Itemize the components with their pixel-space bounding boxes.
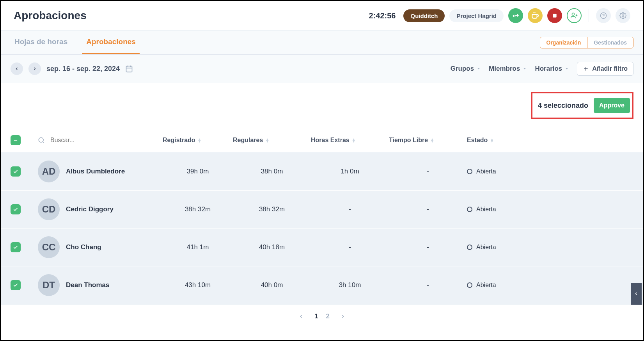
- sort-icon: ▲▼: [198, 138, 202, 142]
- view-organization[interactable]: Organización: [540, 37, 588, 48]
- selected-count: 4 seleccionado: [538, 102, 588, 110]
- chevron-down-icon: [564, 66, 569, 71]
- table-row[interactable]: CD Cedric Diggory 38h 32m 38h 32m - - Ab…: [1, 191, 643, 229]
- collapse-panel-button[interactable]: [631, 283, 642, 305]
- col-libre[interactable]: Tiempo Libre▲▼: [389, 137, 467, 144]
- project-pill-hagrid[interactable]: Project Hagrid: [449, 9, 504, 22]
- filters-right: Grupos Miembros Horarios Añadir filtro: [451, 62, 633, 76]
- sort-icon: ▲▼: [352, 138, 356, 142]
- filter-schedules-label: Horarios: [535, 65, 562, 73]
- plus-icon: [583, 66, 589, 72]
- table-row[interactable]: DT Dean Thomas 43h 10m 40h 0m 3h 10m - A…: [1, 266, 643, 304]
- search-input[interactable]: [50, 137, 128, 144]
- pagination: 1 2: [1, 304, 643, 328]
- filter-groups-label: Grupos: [451, 65, 474, 73]
- user-name: Albus Dumbledore: [66, 168, 125, 175]
- search-icon: [38, 137, 45, 144]
- cell-estado: Abierta: [467, 206, 553, 213]
- coffee-icon[interactable]: [528, 8, 543, 23]
- status-circle-icon: [467, 207, 472, 212]
- table-row[interactable]: AD Albus Dumbledore 39h 0m 38h 0m 1h 0m …: [1, 153, 643, 191]
- cell-extras: -: [311, 243, 389, 251]
- row-checkbox[interactable]: [11, 204, 21, 214]
- filters-left: sep. 16 - sep. 22, 2024: [11, 62, 133, 75]
- user-name: Dean Thomas: [66, 281, 109, 289]
- col-regulares[interactable]: Regulares▲▼: [233, 137, 311, 144]
- user-add-icon[interactable]: [567, 8, 582, 23]
- status-circle-icon: [467, 245, 472, 250]
- status-circle-icon: [467, 169, 472, 174]
- page-prev[interactable]: [296, 311, 307, 322]
- tabs: Hojas de horas Aprobaciones: [11, 30, 140, 54]
- project-pill-quidditch[interactable]: Quidditch: [403, 9, 445, 22]
- avatar: CD: [38, 198, 60, 220]
- page-next[interactable]: [337, 311, 348, 322]
- cell-regulares: 38h 0m: [233, 168, 311, 175]
- page-2[interactable]: 2: [326, 312, 330, 320]
- col-extras[interactable]: Horas Extras▲▼: [311, 137, 389, 144]
- sort-icon: ▲▼: [490, 138, 494, 142]
- header-right: 2:42:56 Quidditch Project Hagrid: [369, 8, 630, 23]
- cell-extras: -: [311, 205, 389, 213]
- filter-groups[interactable]: Grupos: [451, 65, 481, 73]
- col-estado[interactable]: Estado▲▼: [467, 137, 553, 144]
- svg-point-2: [622, 15, 624, 17]
- user-name: Cedric Diggory: [66, 205, 114, 213]
- filter-members[interactable]: Miembros: [489, 65, 527, 73]
- cell-registrado: 38h 32m: [163, 205, 233, 213]
- view-managed[interactable]: Gestionados: [587, 37, 633, 48]
- cell-regulares: 38h 32m: [233, 205, 311, 213]
- page-1[interactable]: 1: [314, 312, 318, 320]
- swap-icon[interactable]: [508, 8, 523, 23]
- status-label: Abierta: [476, 168, 496, 175]
- chevron-down-icon: [522, 66, 527, 71]
- add-filter-button[interactable]: Añadir filtro: [577, 62, 633, 76]
- tab-timesheets[interactable]: Hojas de horas: [11, 30, 71, 54]
- select-all-checkbox[interactable]: [11, 135, 21, 145]
- selection-bar: 4 seleccionado Approve: [1, 83, 643, 128]
- row-checkbox[interactable]: [11, 242, 21, 252]
- tab-approvals[interactable]: Aprobaciones: [82, 30, 140, 54]
- row-checkbox[interactable]: [11, 166, 21, 177]
- timer: 2:42:56: [369, 11, 396, 20]
- status-label: Abierta: [476, 206, 496, 213]
- cell-regulares: 40h 0m: [233, 281, 311, 289]
- cell-extras: 3h 10m: [311, 281, 389, 289]
- approve-button[interactable]: Approve: [594, 98, 630, 113]
- cell-registrado: 41h 1m: [163, 243, 233, 251]
- row-checkbox[interactable]: [11, 280, 21, 290]
- calendar-icon[interactable]: [125, 65, 133, 73]
- filter-schedules[interactable]: Horarios: [535, 65, 569, 73]
- settings-icon[interactable]: [616, 8, 630, 23]
- cell-registrado: 39h 0m: [163, 168, 233, 175]
- cell-libre: -: [389, 205, 467, 213]
- filter-members-label: Miembros: [489, 65, 520, 73]
- cell-estado: Abierta: [467, 282, 553, 289]
- cell-extras: 1h 0m: [311, 168, 389, 175]
- chevron-down-icon: [476, 66, 481, 71]
- cell-estado: Abierta: [467, 244, 553, 251]
- table: Registrado▲▼ Regulares▲▼ Horas Extras▲▼ …: [1, 128, 643, 304]
- stop-icon[interactable]: [547, 8, 562, 23]
- cell-libre: -: [389, 281, 467, 289]
- next-week-button[interactable]: [28, 62, 41, 75]
- help-icon[interactable]: [596, 8, 611, 23]
- svg-rect-0: [553, 14, 556, 17]
- cell-regulares: 40h 18m: [233, 243, 311, 251]
- cell-registrado: 43h 10m: [163, 281, 233, 289]
- svg-rect-3: [126, 66, 132, 72]
- col-registrado[interactable]: Registrado▲▼: [163, 137, 233, 144]
- date-range[interactable]: sep. 16 - sep. 22, 2024: [46, 65, 120, 73]
- table-header: Registrado▲▼ Regulares▲▼ Horas Extras▲▼ …: [1, 128, 643, 153]
- divider: [589, 9, 589, 22]
- cell-libre: -: [389, 168, 467, 175]
- view-toggle: Organización Gestionados: [540, 37, 633, 48]
- prev-week-button[interactable]: [11, 62, 23, 75]
- selection-box: 4 seleccionado Approve: [531, 92, 633, 119]
- cell-libre: -: [389, 243, 467, 251]
- header: Aprobaciones 2:42:56 Quidditch Project H…: [1, 1, 643, 30]
- table-row[interactable]: CC Cho Chang 41h 1m 40h 18m - - Abierta: [1, 229, 643, 266]
- status-label: Abierta: [476, 244, 496, 251]
- svg-point-4: [39, 137, 43, 142]
- sort-icon: ▲▼: [265, 138, 269, 142]
